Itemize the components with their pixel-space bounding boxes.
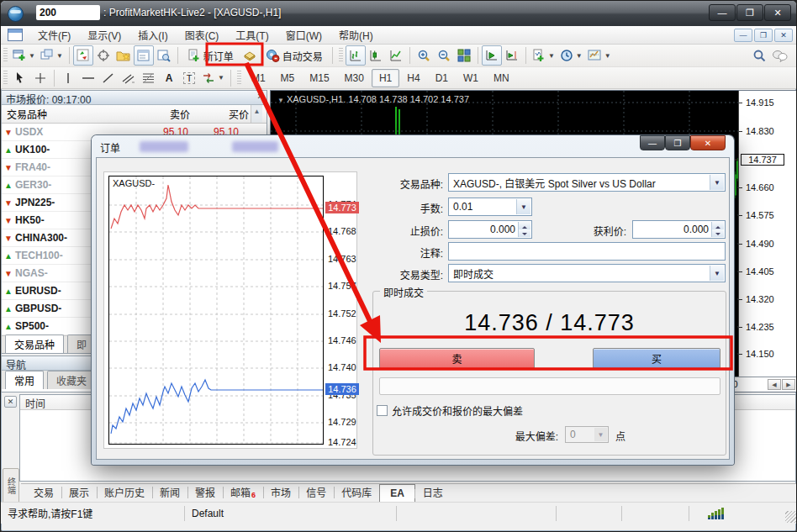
new-order-button[interactable]: 新订单 [182, 45, 240, 66]
periods-button[interactable]: ▼ [557, 45, 585, 66]
deviation-checkbox[interactable]: 允许成交价和报价的最大偏差 [377, 403, 523, 418]
column-symbol[interactable]: 交易品种 [2, 107, 124, 121]
terminal-tab-账户历史[interactable]: 账户历史 [97, 482, 152, 502]
data-window-button[interactable] [154, 45, 174, 66]
dropdown-arrow-icon[interactable]: ▼ [516, 199, 530, 214]
mdi-restore-button[interactable]: ❐ [754, 29, 773, 42]
trendline-button[interactable] [98, 68, 119, 88]
zoom-in-button[interactable] [414, 45, 434, 66]
zoom-out-button[interactable] [434, 45, 454, 66]
takeprofit-input[interactable]: 0.000 [632, 220, 726, 239]
mdi-minimize-button[interactable]: — [734, 29, 752, 42]
tile-windows-button[interactable] [454, 45, 474, 66]
timeframe-M1[interactable]: M1 [244, 69, 273, 87]
menu-item[interactable]: 插入(I) [129, 26, 176, 44]
candlestick-chart-button[interactable] [366, 45, 386, 66]
chat-button[interactable] [769, 45, 791, 66]
timeframe-MN[interactable]: MN [486, 69, 517, 87]
dialog-restore-button[interactable]: ❐ [665, 135, 690, 150]
terminal-tab-日志[interactable]: 日志 [415, 482, 451, 502]
terminal-tab-EA[interactable]: EA [379, 484, 415, 502]
order-type-select[interactable]: 即时成交▼ [448, 264, 726, 282]
volume-select[interactable]: 0.01▼ [448, 198, 532, 216]
crosshair-target-button[interactable] [93, 45, 113, 66]
search-button[interactable] [749, 45, 769, 66]
menu-item[interactable]: 帮助(H) [330, 26, 382, 44]
terminal-tab-代码库[interactable]: 代码库 [334, 482, 379, 502]
toolbar-grip[interactable] [3, 71, 8, 86]
toolbar-grip[interactable] [339, 48, 343, 63]
cursor-tool-button[interactable] [10, 68, 30, 88]
scroll-left-button[interactable]: ◀ [768, 379, 781, 390]
toolbar-grip[interactable] [3, 48, 8, 63]
minimize-button[interactable]: — [709, 4, 736, 21]
menu-item[interactable]: 工具(T) [227, 26, 277, 44]
market-watch-tab-交易品种[interactable]: 交易品种 [5, 334, 64, 353]
dialog-close-button[interactable]: ✕ [690, 135, 726, 150]
toolbar-grip[interactable] [237, 71, 241, 86]
terminal-close-button[interactable]: ✕ [4, 396, 17, 408]
templates-button[interactable]: ▼ [585, 45, 614, 66]
profiles-button[interactable]: ▼ [38, 45, 66, 66]
history-center-button[interactable] [240, 45, 260, 66]
terminal-tab-交易[interactable]: 交易 [26, 482, 61, 502]
chart-shift-button[interactable] [502, 45, 522, 66]
timeframe-M5[interactable]: M5 [273, 69, 303, 87]
menu-item[interactable]: 图表(C) [177, 26, 228, 44]
stoploss-input[interactable]: 0.000 [448, 220, 532, 239]
text-tool-button[interactable]: A [159, 68, 179, 88]
autotrade-button[interactable]: 自动交易 [260, 45, 329, 66]
indicators-button[interactable]: ▼ [530, 45, 557, 66]
menu-item[interactable]: 文件(F) [29, 26, 79, 44]
favorites-folder-button[interactable] [113, 45, 134, 66]
auto-scroll-button[interactable] [482, 45, 502, 66]
buy-button[interactable]: 买 [593, 348, 720, 369]
resize-grip[interactable] [785, 511, 797, 523]
mdi-close-button[interactable]: ✕ [774, 29, 793, 42]
menu-item[interactable]: 显示(V) [79, 26, 129, 44]
status-profile[interactable]: Default [184, 506, 396, 521]
fibonacci-button[interactable] [139, 68, 159, 88]
horizontal-line-button[interactable] [78, 68, 98, 88]
navigator-tab-常用[interactable]: 常用 [5, 371, 44, 389]
close-button[interactable]: ✕ [764, 4, 791, 21]
terminal-tab-邮箱[interactable]: 邮箱6 [223, 482, 263, 502]
navigator-tab-收藏夹[interactable]: 收藏夹 [47, 371, 96, 389]
timeframe-W1[interactable]: W1 [456, 69, 486, 87]
vertical-line-button[interactable] [58, 68, 78, 88]
column-bid[interactable]: 卖价 [124, 107, 190, 121]
maximize-button[interactable]: ❐ [736, 4, 763, 21]
text-label-tool-button[interactable]: T [179, 68, 199, 88]
new-chart-button[interactable]: ▼ [10, 45, 38, 66]
checkbox-icon[interactable] [377, 405, 388, 416]
arrows-tool-button[interactable]: ▼ [199, 68, 227, 88]
crosshair-tool-button[interactable] [30, 68, 50, 88]
menu-item[interactable]: 窗口(W) [277, 26, 330, 44]
terminal-tab-展示[interactable]: 展示 [61, 482, 97, 502]
deviation-combo[interactable]: 0▼ [565, 426, 609, 443]
market-watch-button[interactable] [134, 45, 154, 66]
line-chart-button[interactable] [386, 45, 406, 66]
column-ask[interactable]: 买价 [190, 107, 251, 121]
channel-button[interactable] [119, 68, 139, 88]
terminal-tab-市场[interactable]: 市场 [263, 482, 298, 502]
timeframe-D1[interactable]: D1 [428, 69, 456, 87]
order-dialog-titlebar[interactable]: 订单 — ❐ ✕ [92, 135, 734, 157]
dropdown-arrow-icon[interactable]: ▼ [710, 175, 724, 190]
terminal-tab-新闻[interactable]: 新闻 [152, 482, 187, 502]
sell-button[interactable]: 卖 [379, 348, 535, 369]
comment-input[interactable] [448, 242, 726, 261]
timeframe-M15[interactable]: M15 [302, 69, 336, 87]
timeframe-H1[interactable]: H1 [372, 69, 399, 87]
timeframe-M30[interactable]: M30 [337, 69, 372, 87]
terminal-vertical-tab[interactable]: 终端 [3, 468, 19, 503]
chart-price-scale[interactable]: 14.737 14.91514.83014.66014.57514.49014.… [738, 91, 797, 377]
tick-chart-button[interactable] [73, 45, 93, 66]
bar-chart-button[interactable] [346, 45, 366, 66]
dialog-minimize-button[interactable]: — [640, 135, 665, 150]
dropdown-arrow-icon[interactable]: ▼ [710, 266, 724, 281]
market-watch-close-icon[interactable]: ✕ [257, 92, 264, 101]
symbol-select[interactable]: XAGUSD-, 白银美元 Spot Silver vs US Dollar▼ [448, 173, 726, 192]
terminal-tab-信号[interactable]: 信号 [298, 482, 334, 502]
spinner-buttons[interactable] [518, 222, 530, 237]
